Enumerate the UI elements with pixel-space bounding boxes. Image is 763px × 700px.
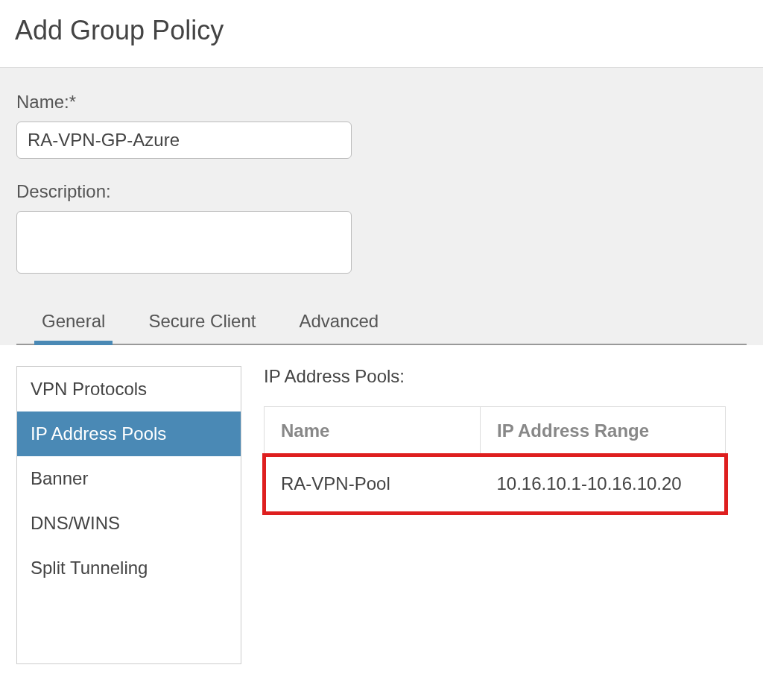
col-name: Name — [265, 407, 481, 455]
name-field: Name:* — [16, 92, 747, 159]
description-input[interactable] — [16, 211, 352, 274]
col-range: IP Address Range — [481, 407, 726, 455]
sidebar-item-vpn-protocols[interactable]: VPN Protocols — [17, 367, 241, 412]
name-label: Name:* — [16, 92, 747, 113]
dialog-header: Add Group Policy — [0, 0, 763, 67]
table-header-row: Name IP Address Range — [265, 407, 726, 455]
dialog-title: Add Group Policy — [15, 15, 750, 46]
table-row[interactable]: RA-VPN-Pool 10.16.10.1-10.16.10.20 — [265, 455, 726, 513]
main-pane: IP Address Pools: Name IP Address Range … — [241, 366, 763, 664]
tab-general[interactable]: General — [39, 306, 108, 344]
tab-content: VPN Protocols IP Address Pools Banner DN… — [0, 345, 763, 664]
tab-bar: General Secure Client Advanced — [16, 299, 747, 345]
ip-pools-table: Name IP Address Range RA-VPN-Pool 10.16.… — [264, 406, 726, 513]
form-area: Name:* Description: General Secure Clien… — [0, 67, 763, 345]
pool-range-cell: 10.16.10.1-10.16.10.20 — [481, 455, 726, 513]
sidebar-item-split-tunneling[interactable]: Split Tunneling — [17, 546, 241, 590]
sidebar-item-ip-address-pools[interactable]: IP Address Pools — [17, 412, 241, 456]
side-nav: VPN Protocols IP Address Pools Banner DN… — [16, 366, 241, 664]
pool-name-cell: RA-VPN-Pool — [265, 455, 481, 513]
description-field: Description: — [16, 181, 747, 277]
tab-advanced[interactable]: Advanced — [296, 306, 382, 344]
sidebar-item-banner[interactable]: Banner — [17, 456, 241, 501]
description-label: Description: — [16, 181, 747, 202]
sidebar-item-dns-wins[interactable]: DNS/WINS — [17, 501, 241, 546]
pools-title: IP Address Pools: — [264, 366, 763, 387]
tab-secure-client[interactable]: Secure Client — [145, 306, 259, 344]
name-input[interactable] — [16, 122, 352, 159]
